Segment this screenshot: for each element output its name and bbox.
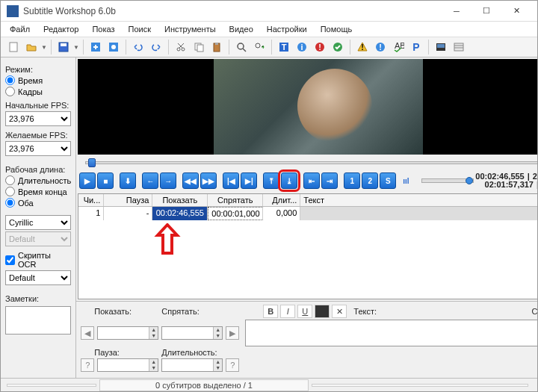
col-pause[interactable]: Пауза <box>104 194 152 206</box>
close-button[interactable]: ✕ <box>501 1 531 21</box>
open-file-button[interactable] <box>23 39 40 55</box>
worklen-both-radio[interactable]: Оба <box>5 198 71 208</box>
italic-button[interactable]: I <box>280 305 295 318</box>
svg-text:!: ! <box>361 43 364 52</box>
worklen-dur-radio[interactable]: Длительность <box>5 175 71 185</box>
load-button[interactable]: ⬇ <box>120 172 136 189</box>
sync-end-button[interactable]: ⇥ <box>321 172 338 189</box>
bold-button[interactable]: B <box>263 305 278 318</box>
notes-label: Заметки: <box>5 294 71 303</box>
col-dur[interactable]: Длит... <box>263 194 300 206</box>
video-preview[interactable] <box>78 59 538 155</box>
worklen-label: Рабочая длина: <box>5 165 71 174</box>
subtitle-text-input[interactable] <box>245 320 538 346</box>
error-button[interactable]: ! <box>312 39 328 55</box>
video-panel-button[interactable] <box>433 39 449 55</box>
warning-button[interactable]: ! <box>354 39 371 55</box>
info-button[interactable]: i <box>294 39 310 55</box>
mark-in-button[interactable]: ⤓ <box>281 172 297 189</box>
status-bar: 0 субтитров выделено / 1 <box>1 378 537 391</box>
new-file-button[interactable] <box>5 39 22 55</box>
worklen-end-radio[interactable]: Время конца <box>5 187 71 196</box>
jump-next-button[interactable]: ▶| <box>241 172 257 189</box>
encoding-select[interactable]: Cyrillic <box>5 215 71 230</box>
rewind-button[interactable]: ◀◀ <box>182 172 199 189</box>
col-text[interactable]: Текст <box>300 194 538 206</box>
play-button[interactable]: ▶ <box>79 172 96 189</box>
paste-button[interactable] <box>208 39 225 55</box>
fastfwd-button[interactable]: ▶▶ <box>200 172 217 189</box>
status-selection: 0 субтитров выделено / 1 <box>99 379 309 391</box>
col-num[interactable]: Чи... <box>78 194 104 206</box>
search-next-button[interactable] <box>251 39 268 55</box>
subtitle-grid[interactable]: Чи... Пауза Показать Спрятать Длит... Те… <box>78 193 538 299</box>
btn-s[interactable]: S <box>380 172 396 189</box>
blue-action-2[interactable] <box>105 39 122 55</box>
svg-point-6 <box>177 48 180 51</box>
desired-fps-select[interactable]: 23,976 <box>5 141 71 156</box>
color-button[interactable] <box>315 305 330 318</box>
menu-tools[interactable]: Инструменты <box>158 23 222 35</box>
sync-start-button[interactable]: ⇤ <box>303 172 320 189</box>
svg-rect-9 <box>197 45 203 52</box>
col-show[interactable]: Показать <box>152 194 208 206</box>
menu-file[interactable]: Файл <box>4 23 36 35</box>
desired-fps-label: Желаемые FPS: <box>5 131 71 140</box>
initial-fps-select[interactable]: 23,976 <box>5 111 71 126</box>
duration-input[interactable]: ▲▼ <box>161 358 223 372</box>
time-help-1[interactable]: ? <box>81 358 94 372</box>
info2-button[interactable]: ! <box>372 39 389 55</box>
video-seek-slider[interactable] <box>78 158 538 168</box>
menu-settings[interactable]: Настройки <box>261 23 313 35</box>
maximize-button[interactable]: ☐ <box>471 1 501 21</box>
save-button[interactable] <box>55 39 72 55</box>
btn-2[interactable]: 2 <box>362 172 378 189</box>
menu-help[interactable]: Помощь <box>315 23 359 35</box>
menu-video[interactable]: Видео <box>223 23 259 35</box>
search-button[interactable] <box>233 39 250 55</box>
mark-out-button[interactable]: ⤒ <box>263 172 279 189</box>
hide-time-input[interactable]: ▲▼ <box>161 326 223 340</box>
ocr-checkbox[interactable]: Скрипты OCR <box>5 251 71 269</box>
mode-time-radio[interactable]: Время <box>5 75 71 85</box>
time-help-2[interactable]: ? <box>226 358 239 372</box>
underline-button[interactable]: U <box>297 305 312 318</box>
undo-button[interactable] <box>130 39 146 55</box>
cut-button[interactable] <box>173 39 189 55</box>
app-icon <box>7 5 19 17</box>
minimize-button[interactable]: ─ <box>442 1 471 21</box>
btn-1[interactable]: 1 <box>344 172 360 189</box>
text-tool-button[interactable]: T <box>276 39 292 55</box>
step-fwd-button[interactable]: → <box>160 172 176 189</box>
ocr-select[interactable]: Default <box>5 270 71 285</box>
annotation-arrow-icon <box>153 223 182 256</box>
col-hide[interactable]: Спрятать <box>208 194 263 206</box>
clear-fmt-button[interactable]: ✕ <box>332 305 347 318</box>
p-tool-button[interactable]: P <box>408 39 424 55</box>
menu-search[interactable]: Поиск <box>123 23 157 35</box>
spellcheck-button[interactable]: ABC <box>390 39 406 55</box>
notes-textarea[interactable] <box>5 306 71 335</box>
menu-view[interactable]: Показ <box>86 23 120 35</box>
svg-text:!: ! <box>318 43 321 52</box>
volume-slider[interactable] <box>421 178 474 183</box>
blue-action-1[interactable] <box>87 39 104 55</box>
check-button[interactable] <box>330 39 346 55</box>
prev-sub-button[interactable]: ◀ <box>81 326 94 340</box>
step-back-button[interactable]: ← <box>142 172 158 189</box>
mode-frames-radio[interactable]: Кадры <box>5 87 71 96</box>
next-sub-button[interactable]: ▶ <box>226 326 239 340</box>
stop-button[interactable]: ■ <box>97 172 114 189</box>
redo-button[interactable] <box>148 39 164 55</box>
status-seg-1 <box>7 384 96 387</box>
list-panel-button[interactable] <box>451 39 467 55</box>
table-row[interactable]: 1 - 00:02:46,555 00:00:01,000 0,000 <box>78 207 538 220</box>
copy-button[interactable] <box>191 39 207 55</box>
main-area: ▶ ■ ⬇ ← → ◀◀ ▶▶ |◀ ▶| ⤒ ⤓ ⇤ ⇥ 1 2 S ııl <box>76 57 538 378</box>
menu-edit[interactable]: Редактор <box>37 23 84 35</box>
volume-icon[interactable]: ııl <box>398 172 414 189</box>
pause-input[interactable]: ▲▼ <box>97 358 158 372</box>
jump-prev-button[interactable]: |◀ <box>223 172 239 189</box>
show-time-input[interactable]: ▲▼ <box>97 326 158 340</box>
menubar: Файл Редактор Показ Поиск Инструменты Ви… <box>1 22 537 37</box>
